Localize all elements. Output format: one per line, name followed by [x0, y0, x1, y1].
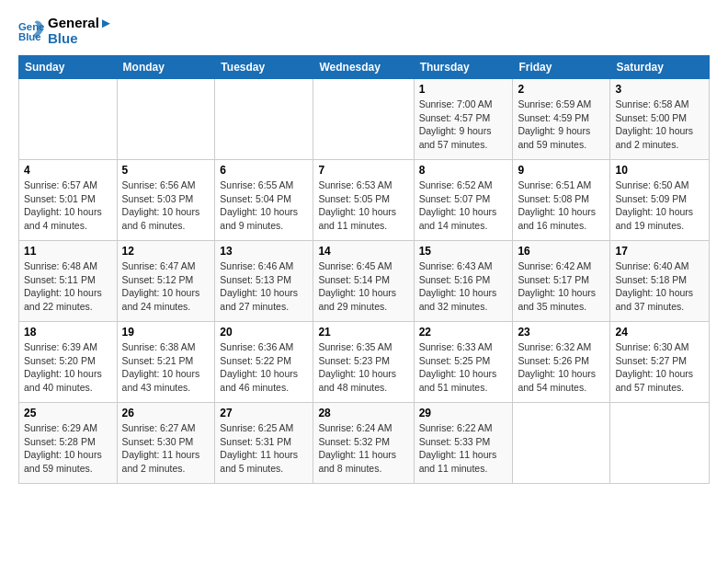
- day-number: 6: [220, 164, 308, 177]
- day-number: 13: [220, 245, 308, 258]
- calendar-table: SundayMondayTuesdayWednesdayThursdayFrid…: [18, 55, 710, 484]
- calendar-cell: 6Sunrise: 6:55 AMSunset: 5:04 PMDaylight…: [215, 160, 313, 241]
- column-header-wednesday: Wednesday: [313, 56, 414, 79]
- calendar-cell: 19Sunrise: 6:38 AMSunset: 5:21 PMDayligh…: [117, 322, 215, 403]
- cell-content: Sunrise: 6:40 AMSunset: 5:18 PMDaylight:…: [615, 259, 704, 314]
- day-number: 8: [419, 164, 508, 177]
- calendar-cell: [313, 79, 414, 160]
- cell-content: Sunrise: 6:39 AMSunset: 5:20 PMDaylight:…: [24, 340, 112, 395]
- column-header-monday: Monday: [117, 56, 215, 79]
- calendar-cell: [513, 403, 610, 484]
- day-number: 22: [419, 326, 508, 339]
- day-number: 23: [518, 326, 605, 339]
- day-number: 19: [122, 326, 210, 339]
- cell-content: Sunrise: 6:51 AMSunset: 5:08 PMDaylight:…: [518, 178, 605, 233]
- cell-content: Sunrise: 6:35 AMSunset: 5:23 PMDaylight:…: [318, 340, 408, 395]
- calendar-header: SundayMondayTuesdayWednesdayThursdayFrid…: [19, 56, 710, 79]
- day-number: 7: [318, 164, 408, 177]
- day-number: 4: [24, 164, 112, 177]
- logo: General Blue General► Blue: [18, 15, 113, 46]
- calendar-cell: 15Sunrise: 6:43 AMSunset: 5:16 PMDayligh…: [414, 241, 513, 322]
- calendar-cell: 24Sunrise: 6:30 AMSunset: 5:27 PMDayligh…: [610, 322, 710, 403]
- calendar-cell: 25Sunrise: 6:29 AMSunset: 5:28 PMDayligh…: [19, 403, 118, 484]
- cell-content: Sunrise: 6:33 AMSunset: 5:25 PMDaylight:…: [419, 340, 508, 395]
- day-number: 28: [318, 407, 408, 419]
- calendar-cell: 17Sunrise: 6:40 AMSunset: 5:18 PMDayligh…: [610, 241, 710, 322]
- cell-content: Sunrise: 6:50 AMSunset: 5:09 PMDaylight:…: [615, 178, 704, 233]
- day-number: 11: [24, 245, 112, 258]
- cell-content: Sunrise: 6:52 AMSunset: 5:07 PMDaylight:…: [419, 178, 508, 233]
- day-number: 21: [318, 326, 408, 339]
- cell-content: Sunrise: 6:30 AMSunset: 5:27 PMDaylight:…: [615, 340, 704, 395]
- day-number: 9: [518, 164, 605, 177]
- calendar-cell: 5Sunrise: 6:56 AMSunset: 5:03 PMDaylight…: [117, 160, 215, 241]
- calendar-cell: 10Sunrise: 6:50 AMSunset: 5:09 PMDayligh…: [610, 160, 710, 241]
- cell-content: Sunrise: 6:36 AMSunset: 5:22 PMDaylight:…: [220, 340, 308, 395]
- calendar-cell: 28Sunrise: 6:24 AMSunset: 5:32 PMDayligh…: [313, 403, 414, 484]
- day-number: 3: [615, 83, 704, 96]
- calendar-cell: 7Sunrise: 6:53 AMSunset: 5:05 PMDaylight…: [313, 160, 414, 241]
- calendar-cell: 21Sunrise: 6:35 AMSunset: 5:23 PMDayligh…: [313, 322, 414, 403]
- cell-content: Sunrise: 6:27 AMSunset: 5:30 PMDaylight:…: [122, 421, 210, 476]
- calendar-cell: [117, 79, 215, 160]
- cell-content: Sunrise: 6:42 AMSunset: 5:17 PMDaylight:…: [518, 259, 605, 314]
- cell-content: Sunrise: 7:00 AMSunset: 4:57 PMDaylight:…: [419, 98, 508, 152]
- column-header-sunday: Sunday: [19, 56, 118, 79]
- cell-content: Sunrise: 6:45 AMSunset: 5:14 PMDaylight:…: [318, 259, 408, 314]
- day-number: 14: [318, 245, 408, 258]
- day-number: 1: [419, 83, 508, 96]
- day-number: 17: [615, 245, 704, 258]
- day-number: 12: [122, 245, 210, 258]
- cell-content: Sunrise: 6:32 AMSunset: 5:26 PMDaylight:…: [518, 340, 605, 395]
- cell-content: Sunrise: 6:58 AMSunset: 5:00 PMDaylight:…: [615, 98, 704, 152]
- calendar-cell: 22Sunrise: 6:33 AMSunset: 5:25 PMDayligh…: [414, 322, 513, 403]
- calendar-cell: 2Sunrise: 6:59 AMSunset: 4:59 PMDaylight…: [513, 79, 610, 160]
- calendar-cell: 18Sunrise: 6:39 AMSunset: 5:20 PMDayligh…: [19, 322, 118, 403]
- calendar-cell: 16Sunrise: 6:42 AMSunset: 5:17 PMDayligh…: [513, 241, 610, 322]
- calendar-cell: 26Sunrise: 6:27 AMSunset: 5:30 PMDayligh…: [117, 403, 215, 484]
- day-number: 10: [615, 164, 704, 177]
- cell-content: Sunrise: 6:38 AMSunset: 5:21 PMDaylight:…: [122, 340, 210, 395]
- calendar-cell: 13Sunrise: 6:46 AMSunset: 5:13 PMDayligh…: [215, 241, 313, 322]
- cell-content: Sunrise: 6:25 AMSunset: 5:31 PMDaylight:…: [220, 421, 308, 476]
- column-header-thursday: Thursday: [414, 56, 513, 79]
- cell-content: Sunrise: 6:53 AMSunset: 5:05 PMDaylight:…: [318, 178, 408, 233]
- day-number: 25: [24, 407, 112, 419]
- cell-content: Sunrise: 6:47 AMSunset: 5:12 PMDaylight:…: [122, 259, 210, 314]
- calendar-cell: 12Sunrise: 6:47 AMSunset: 5:12 PMDayligh…: [117, 241, 215, 322]
- calendar-cell: 8Sunrise: 6:52 AMSunset: 5:07 PMDaylight…: [414, 160, 513, 241]
- calendar-cell: 23Sunrise: 6:32 AMSunset: 5:26 PMDayligh…: [513, 322, 610, 403]
- calendar-cell: 29Sunrise: 6:22 AMSunset: 5:33 PMDayligh…: [414, 403, 513, 484]
- calendar-cell: 27Sunrise: 6:25 AMSunset: 5:31 PMDayligh…: [215, 403, 313, 484]
- calendar-cell: 9Sunrise: 6:51 AMSunset: 5:08 PMDaylight…: [513, 160, 610, 241]
- calendar-cell: 1Sunrise: 7:00 AMSunset: 4:57 PMDaylight…: [414, 79, 513, 160]
- column-header-saturday: Saturday: [610, 56, 710, 79]
- day-number: 18: [24, 326, 112, 339]
- cell-content: Sunrise: 6:24 AMSunset: 5:32 PMDaylight:…: [318, 421, 408, 476]
- cell-content: Sunrise: 6:48 AMSunset: 5:11 PMDaylight:…: [24, 259, 112, 314]
- day-number: 20: [220, 326, 308, 339]
- calendar-cell: [215, 79, 313, 160]
- cell-content: Sunrise: 6:59 AMSunset: 4:59 PMDaylight:…: [518, 98, 605, 152]
- header: General Blue General► Blue: [18, 15, 710, 46]
- column-header-friday: Friday: [513, 56, 610, 79]
- cell-content: Sunrise: 6:57 AMSunset: 5:01 PMDaylight:…: [24, 178, 112, 233]
- column-header-tuesday: Tuesday: [215, 56, 313, 79]
- calendar-cell: 3Sunrise: 6:58 AMSunset: 5:00 PMDaylight…: [610, 79, 710, 160]
- day-number: 16: [518, 245, 605, 258]
- calendar-cell: 4Sunrise: 6:57 AMSunset: 5:01 PMDaylight…: [19, 160, 118, 241]
- calendar-cell: 11Sunrise: 6:48 AMSunset: 5:11 PMDayligh…: [19, 241, 118, 322]
- calendar-cell: [610, 403, 710, 484]
- cell-content: Sunrise: 6:22 AMSunset: 5:33 PMDaylight:…: [419, 421, 508, 476]
- day-number: 5: [122, 164, 210, 177]
- cell-content: Sunrise: 6:46 AMSunset: 5:13 PMDaylight:…: [220, 259, 308, 314]
- day-number: 24: [615, 326, 704, 339]
- cell-content: Sunrise: 6:56 AMSunset: 5:03 PMDaylight:…: [122, 178, 210, 233]
- day-number: 15: [419, 245, 508, 258]
- day-number: 26: [122, 407, 210, 419]
- cell-content: Sunrise: 6:43 AMSunset: 5:16 PMDaylight:…: [419, 259, 508, 314]
- day-number: 27: [220, 407, 308, 419]
- logo-icon: General Blue: [18, 17, 44, 43]
- cell-content: Sunrise: 6:29 AMSunset: 5:28 PMDaylight:…: [24, 421, 112, 476]
- calendar-cell: 14Sunrise: 6:45 AMSunset: 5:14 PMDayligh…: [313, 241, 414, 322]
